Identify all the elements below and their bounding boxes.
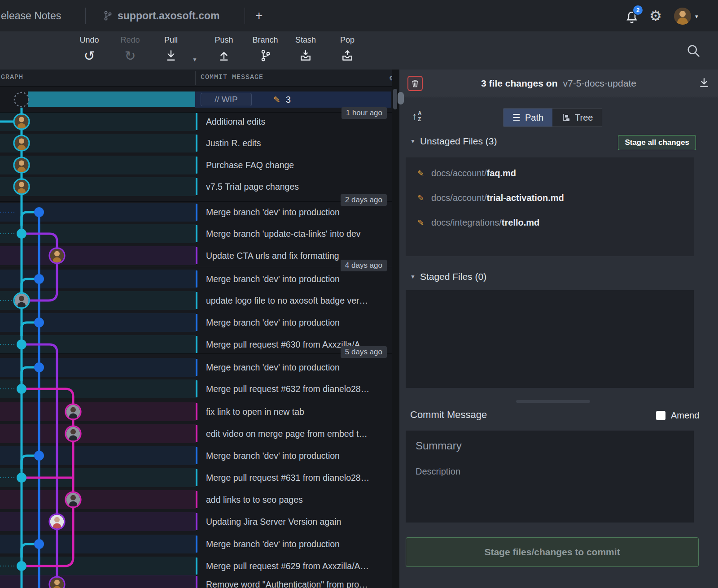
- tab-divider: [245, 8, 245, 24]
- amend-label: Amend: [671, 410, 699, 421]
- unstaged-files-header[interactable]: ▼ Unstaged Files (3): [410, 136, 497, 147]
- commit-row[interactable]: Merge branch 'dev' into production: [195, 533, 392, 555]
- wip-node[interactable]: [14, 92, 29, 107]
- commit-node[interactable]: [34, 207, 44, 217]
- staged-files-header[interactable]: ▼ Staged Files (0): [410, 271, 486, 282]
- commit-row[interactable]: add links to to seo pages: [195, 489, 392, 510]
- commit-avatar[interactable]: [66, 404, 81, 422]
- stage-all-changes-button[interactable]: Stage all changes: [618, 135, 696, 150]
- undo-icon: ↺: [68, 48, 111, 63]
- wip-row[interactable]: // WIP ✎ 3: [195, 91, 391, 108]
- lane-color-bar: [196, 359, 197, 376]
- commit-avatar[interactable]: [14, 293, 29, 311]
- wip-change-count: 3: [286, 95, 291, 105]
- commit-row[interactable]: Merge branch 'dev' into production: [195, 445, 392, 466]
- settings-gear-icon[interactable]: ⚙: [649, 8, 662, 24]
- commit-row[interactable]: Merge pull request #632 from dianelo28…: [195, 378, 392, 400]
- commit-message-text: Merge branch 'update-cta-links' into dev: [206, 223, 390, 244]
- stash-button[interactable]: Stash: [284, 35, 327, 63]
- file-dir: docs/account/: [431, 193, 486, 203]
- commit-node[interactable]: [34, 362, 44, 372]
- commit-avatar[interactable]: [14, 179, 29, 197]
- commit-row[interactable]: Remove word "Authentication" from pro…: [195, 574, 392, 588]
- commit-row[interactable]: fix link to open in new tab: [195, 401, 392, 422]
- lane-color-bar: [196, 204, 197, 221]
- unstaged-file-row[interactable]: ✎docs/account/trial-activation.md: [406, 186, 694, 210]
- main-toolbar: Undo ↺ Redo ↻ Pull ▼ Push Branch: [0, 31, 718, 70]
- commit-row[interactable]: update logo file to no axosoft badge ver…: [195, 290, 392, 311]
- changes-title: 3 file changes on v7-5-docs-update: [399, 70, 718, 97]
- commit-avatar[interactable]: [49, 514, 65, 532]
- commit-row[interactable]: Purchase FAQ change: [195, 154, 392, 176]
- commit-message-text: Remove word "Authentication" from pro…: [206, 574, 390, 588]
- commit-avatar[interactable]: [49, 248, 65, 266]
- download-icon[interactable]: [698, 77, 710, 89]
- commit-node[interactable]: [17, 340, 26, 349]
- staged-files-title: Staged Files (0): [420, 271, 486, 282]
- sort-files-button[interactable]: ↑ AZ: [412, 110, 422, 122]
- lane-color-bar: [196, 336, 197, 353]
- tab-release-notes[interactable]: elease Notes: [0, 0, 61, 31]
- commit-message-editor[interactable]: Summary Description: [406, 431, 694, 523]
- commit-avatar[interactable]: [66, 492, 81, 510]
- path-view-button[interactable]: ☰ Path: [503, 109, 552, 126]
- branch-icon: [103, 10, 112, 21]
- amend-checkbox[interactable]: [656, 411, 665, 420]
- unstaged-files-list: ✎docs/account/faq.md✎docs/account/trial-…: [406, 157, 694, 256]
- commit-node[interactable]: [34, 274, 44, 284]
- commit-message-text: Merge branch 'dev' into production: [206, 445, 390, 466]
- tree-view-button[interactable]: Tree: [552, 109, 602, 126]
- commit-avatar[interactable]: [14, 157, 29, 175]
- undo-button[interactable]: Undo ↺: [68, 35, 111, 63]
- commit-avatar[interactable]: [14, 114, 29, 132]
- push-button[interactable]: Push: [202, 35, 245, 63]
- commit-node[interactable]: [17, 384, 26, 394]
- tab-repo[interactable]: support.axosoft.com: [103, 0, 219, 31]
- resize-handle[interactable]: [516, 400, 590, 403]
- unstaged-file-row[interactable]: ✎docs/integrations/trello.md: [406, 210, 694, 235]
- user-avatar[interactable]: [674, 8, 691, 25]
- commit-avatar[interactable]: [66, 426, 81, 444]
- discard-changes-button[interactable]: [407, 76, 423, 91]
- commit-avatar[interactable]: [14, 135, 29, 153]
- commit-row[interactable]: Merge branch 'update-cta-links' into dev: [195, 223, 392, 244]
- commit-node[interactable]: [17, 229, 26, 239]
- branch-button[interactable]: Branch: [244, 35, 287, 63]
- branch-label: Branch: [244, 35, 287, 45]
- notification-badge: 2: [632, 4, 644, 16]
- commit-row[interactable]: Merge branch 'dev' into production: [195, 268, 392, 290]
- notifications-button[interactable]: 2: [625, 10, 641, 26]
- pull-button[interactable]: Pull: [149, 35, 193, 63]
- new-tab-button[interactable]: +: [255, 9, 263, 23]
- description-input[interactable]: Description: [416, 466, 460, 477]
- pull-label: Pull: [149, 35, 193, 45]
- column-settings-gear-icon[interactable]: ⚙: [390, 73, 392, 83]
- top-bar: elease Notes support.axosoft.com + 2 ⚙: [0, 0, 718, 32]
- commit-avatar[interactable]: [49, 577, 65, 588]
- summary-input[interactable]: Summary: [416, 440, 462, 452]
- commit-node[interactable]: [17, 473, 26, 483]
- pop-button[interactable]: Pop: [326, 35, 369, 63]
- lane-color-bar: [196, 113, 197, 130]
- commit-row[interactable]: Updating Jira Server Version again: [195, 511, 392, 532]
- commit-node[interactable]: [34, 451, 44, 461]
- commit-row[interactable]: Merge pull request #631 from dianelo28…: [195, 467, 392, 488]
- commit-row[interactable]: Merge branch 'dev' into production: [195, 312, 392, 333]
- commit-list-scrollbar[interactable]: [393, 89, 397, 109]
- commit-row[interactable]: Merge branch 'dev' into production: [195, 357, 392, 378]
- commit-row[interactable]: Justin R. edits: [195, 132, 392, 154]
- commit-node[interactable]: [34, 539, 44, 549]
- stage-to-commit-button[interactable]: Stage files/changes to commit: [406, 537, 699, 567]
- unstaged-file-row[interactable]: ✎docs/account/faq.md: [406, 161, 694, 186]
- commit-row[interactable]: edit video on merge page from embed t…: [195, 423, 392, 444]
- profile-caret-icon[interactable]: ▾: [695, 13, 698, 20]
- search-icon[interactable]: [686, 43, 701, 58]
- commit-node[interactable]: [17, 561, 26, 571]
- panel-divider[interactable]: [392, 70, 399, 588]
- sort-arrow-icon: ↑: [412, 110, 417, 122]
- file-name: trial-activation.md: [487, 193, 564, 203]
- redo-button[interactable]: Redo ↻: [109, 35, 152, 63]
- commit-node[interactable]: [34, 318, 44, 327]
- pull-options-caret[interactable]: ▼: [192, 57, 197, 63]
- right-panel-scrollbar[interactable]: [398, 92, 404, 105]
